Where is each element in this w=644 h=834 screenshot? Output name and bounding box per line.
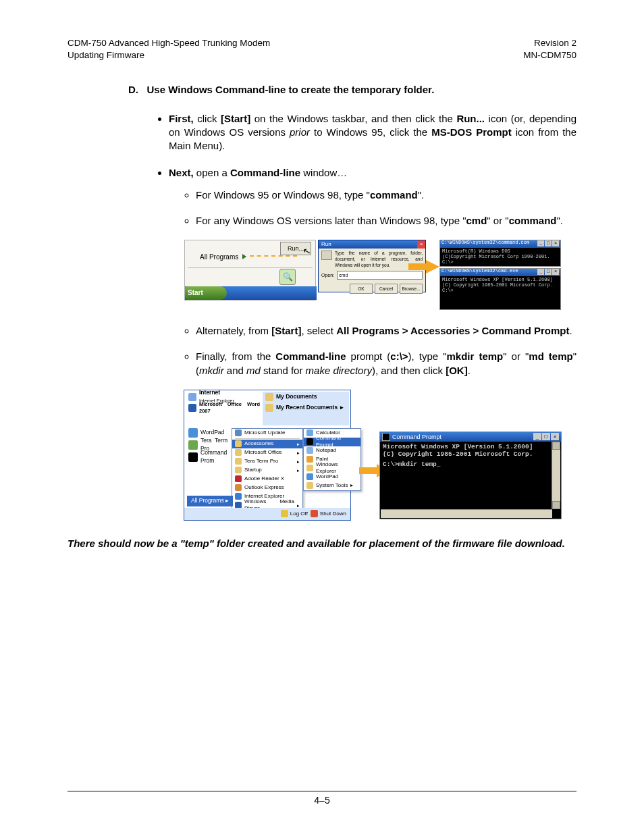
cmd-icon	[188, 452, 198, 462]
dashed-arrow-icon	[250, 255, 297, 257]
update-icon	[235, 429, 242, 436]
outlook-icon	[235, 484, 242, 491]
page-footer: 4–5	[68, 791, 576, 807]
shutdown-icon	[311, 510, 318, 517]
maximize-icon[interactable]: □	[545, 269, 552, 275]
teraterm-icon	[188, 440, 198, 450]
accessories-submenu: Calculator Command Prompt Notepad Paint …	[303, 428, 361, 491]
run-titlebar: Run ×	[319, 240, 425, 249]
sub-alternately: Alternately, from [Start], select All Pr…	[196, 324, 576, 338]
logoff-button[interactable]: Log Off	[281, 510, 308, 517]
cmd1-title: C:\WINDOWS\system32\command.com	[441, 240, 529, 248]
all-programs-button[interactable]: All Programs ▸	[187, 496, 233, 506]
start-panel: All Programs Run... 🔍 Start	[184, 240, 316, 301]
open-input[interactable]	[337, 271, 423, 280]
cmd-window-xp: C:\WINDOWS\system32\cmd.exe _□× Microsof…	[439, 268, 561, 310]
header-left-2: Updating Firmware	[68, 50, 144, 60]
cmd-window-dos: C:\WINDOWS\system32\command.com _□× Micr…	[439, 240, 561, 267]
cmd3-title: Command Prompt	[392, 433, 441, 441]
sm-teraterm-folder[interactable]: Tera Term Pro▸	[232, 457, 302, 466]
magnify-icon: 🔍	[279, 269, 296, 285]
chevron-right-icon: ▸	[297, 441, 300, 447]
sm-accessories[interactable]: Accessories▸	[232, 440, 302, 448]
page-number: 4–5	[314, 795, 329, 806]
folder-icon	[235, 449, 242, 456]
shutdown-button[interactable]: Shut Down	[311, 510, 346, 517]
section-letter: D.	[128, 84, 138, 95]
paint-icon	[306, 456, 313, 463]
conclusion-text: There should now be a "temp" folder crea…	[68, 537, 576, 550]
divider	[188, 267, 313, 268]
section-title: D. Use Windows Command-line to create th…	[128, 83, 576, 97]
sm-myrecent[interactable]: My Recent Documents▸	[263, 402, 349, 413]
minimize-icon[interactable]: _	[533, 433, 541, 440]
page-header: CDM-750 Advanced High-Speed Trunking Mod…	[68, 37, 576, 61]
calculator-icon	[306, 429, 313, 436]
command-prompt-window: Command Prompt _□× Microsoft Windows XP …	[379, 432, 562, 519]
logoff-icon	[281, 510, 288, 517]
folder-icon	[235, 440, 242, 447]
bullet-first: First, click [Start] on the Windows task…	[169, 112, 576, 153]
cancel-button[interactable]: Cancel	[375, 284, 398, 294]
close-icon[interactable]: ×	[552, 240, 559, 246]
word-icon	[188, 404, 196, 412]
folder-icon	[265, 393, 273, 401]
chevron-right-icon: ▸	[340, 404, 344, 411]
scrollbar-horizontal[interactable]	[381, 509, 552, 518]
header-right-1: Revision 2	[534, 38, 576, 48]
ie-icon	[235, 493, 242, 500]
browse-button[interactable]: Browse...	[400, 284, 423, 294]
folder-icon	[265, 404, 273, 412]
figure-startmenu-cmd: InternetInternet Explorer Microsoft Offi…	[184, 390, 562, 521]
cmd-icon	[306, 438, 313, 445]
adobe-icon	[235, 475, 242, 482]
sub-later: For any Windows OS versions later than W…	[196, 214, 576, 228]
close-icon[interactable]: ×	[552, 269, 559, 275]
folder-icon	[235, 458, 242, 465]
sub-finally: Finally, from the Command-line prompt (c…	[196, 350, 576, 377]
sm-msoffice[interactable]: Microsoft Office▸	[232, 448, 302, 457]
sm-adobe[interactable]: Adobe Reader X	[232, 475, 302, 484]
sm-msupdate[interactable]: Microsoft Update	[232, 429, 302, 438]
orange-arrow-icon	[426, 260, 439, 273]
wordpad-icon	[188, 428, 198, 438]
open-label: Open:	[321, 272, 334, 278]
explorer-icon	[306, 465, 313, 471]
close-icon[interactable]: ×	[551, 433, 559, 440]
figure-start-run-cmd: All Programs Run... 🔍 Start ↖	[184, 240, 561, 311]
header-right-2: MN-CDM750	[523, 50, 576, 60]
folder-icon	[235, 467, 242, 473]
sub-win95: For Windows 95 or Windows 98, type "comm…	[196, 188, 576, 202]
programs-submenu: Microsoft Update Accessories▸ Microsoft …	[232, 428, 303, 511]
sm-mydocuments[interactable]: My Documents	[263, 392, 349, 402]
sm-cmdprompt[interactable]: Command Prom	[186, 451, 230, 463]
sm-commandprompt[interactable]: Command Prompt	[304, 438, 360, 446]
ie-icon	[188, 393, 196, 401]
start-button[interactable]: Start	[185, 286, 227, 300]
section-heading: Use Windows Command-line to create the t…	[147, 84, 435, 95]
bullet2-lead: Next,	[169, 167, 194, 178]
scrollbar-vertical[interactable]	[552, 442, 560, 509]
notepad-icon	[306, 447, 313, 454]
ok-button[interactable]: OK	[350, 284, 373, 294]
sm-word[interactable]: Microsoft Office Word 2007	[186, 402, 263, 413]
cmd2-title: C:\WINDOWS\system32\cmd.exe	[441, 269, 518, 276]
bullet1-lead: First,	[169, 113, 194, 124]
sm-outlook[interactable]: Outlook Express	[232, 484, 302, 492]
start-menu: InternetInternet Explorer Microsoft Offi…	[184, 390, 351, 521]
submenu-arrow-icon	[242, 254, 246, 259]
cmd-icon	[382, 433, 390, 441]
minimize-icon[interactable]: _	[537, 269, 544, 275]
bullet-next: Next, open a Command-line window… For Wi…	[169, 166, 576, 521]
close-icon[interactable]: ×	[417, 240, 425, 249]
maximize-icon[interactable]: □	[542, 433, 550, 440]
folder-icon	[306, 482, 313, 489]
start-menu-footer: Log Off Shut Down	[184, 508, 350, 520]
minimize-icon[interactable]: _	[537, 240, 544, 246]
maximize-icon[interactable]: □	[545, 240, 552, 246]
all-programs-label[interactable]: All Programs	[200, 253, 238, 262]
sm-winexplorer[interactable]: Windows Explorer	[304, 464, 360, 473]
sm-systemtools[interactable]: System Tools▸	[304, 481, 360, 490]
sm-startup[interactable]: Startup▸	[232, 466, 302, 475]
header-left-1: CDM-750 Advanced High-Speed Trunking Mod…	[68, 38, 270, 48]
